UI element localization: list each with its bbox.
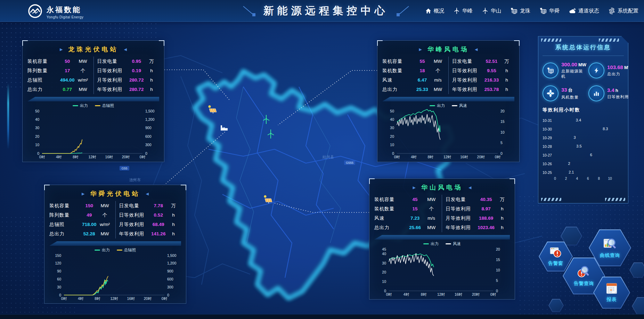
nav-item-6[interactable]: 通道状态 — [569, 8, 599, 14]
stat-unit: h — [166, 222, 181, 227]
stat-label: 日等效利用 — [119, 212, 151, 218]
nav-item-7[interactable]: 系统配置 — [609, 8, 638, 14]
stat-row: 装机容量50MW — [27, 57, 91, 66]
stat-label: 总出力 — [49, 231, 81, 237]
title-flourish-right — [393, 5, 410, 17]
system-stat-value: 3.4h — [607, 87, 629, 93]
stat-value: 49 — [81, 212, 97, 218]
nav-item-2[interactable]: 华峰 — [454, 8, 473, 14]
station-panel-huashan: ▶ 华山风电场 ◀ 装机容量45MW装机数量15个风速7.23m/s总出力25.… — [369, 178, 515, 300]
svg-text:20: 20 — [35, 134, 39, 138]
home-icon — [425, 8, 431, 14]
stat-label: 阵列数量 — [49, 212, 81, 218]
stat-label: 日等效利用 — [446, 206, 478, 212]
svg-text:1,200: 1,200 — [167, 261, 176, 265]
stat-row: 月等效利用188.69h — [446, 213, 510, 223]
svg-text:0时: 0时 — [386, 292, 392, 296]
panel-divider — [374, 235, 510, 240]
stat-value: 494.00 — [59, 77, 75, 83]
bar-category-label: 10-25 — [543, 170, 555, 175]
stat-value: 55 — [414, 59, 430, 64]
stat-unit: 万 — [495, 196, 510, 203]
svg-text:0时: 0时 — [394, 155, 400, 159]
svg-text:600: 600 — [167, 277, 173, 281]
stat-unit: h — [495, 206, 510, 211]
stat-row: 日发电量0.95万 — [97, 57, 160, 66]
panel-divider — [49, 241, 181, 246]
svg-text:12时: 12时 — [437, 292, 445, 296]
title-arrow-right-icon: ◀ — [146, 192, 149, 196]
alarm-window-icon — [550, 247, 562, 259]
stat-label: 风速 — [374, 215, 406, 221]
panel-divider — [382, 97, 514, 101]
stat-row: 日发电量7.78万 — [119, 201, 181, 210]
axis-tick: 4 — [576, 177, 578, 181]
stat-label: 总出力 — [27, 86, 59, 93]
curve-query-icon — [603, 237, 617, 251]
panel-divider — [27, 97, 159, 101]
svg-text:4时: 4时 — [403, 292, 409, 296]
legend-item: 出力 — [423, 241, 439, 246]
hazard-stripe-decoration — [541, 198, 561, 201]
wind-turbine-icon — [482, 8, 488, 14]
logo-icon — [27, 3, 43, 20]
station-line-chart: 45403020100201510500时4时8时12时16时20时0时 — [374, 247, 510, 297]
nav-item-4[interactable]: 龙珠 — [511, 8, 530, 14]
bar-category-label: 10-29 — [543, 136, 555, 140]
stat-label: 月等效利用 — [119, 221, 151, 228]
svg-text:90: 90 — [57, 269, 61, 273]
stat-row: 年等效利用1023.46h — [446, 223, 510, 232]
svg-text:0时: 0时 — [140, 155, 146, 159]
svg-text:10: 10 — [496, 268, 500, 272]
stat-label: 总辐照 — [49, 221, 81, 228]
stat-row: 风速6.47m/s — [382, 75, 446, 85]
stat-row: 装机容量55MW — [382, 57, 446, 66]
channel-status-icon — [569, 8, 576, 14]
system-stat-label: 总新能源装机 — [561, 69, 586, 79]
axis-tick: 10 — [608, 177, 612, 181]
nav-item-5[interactable]: 华舜 — [540, 8, 560, 14]
system-stat-value: 33台 — [561, 87, 579, 93]
stat-row: 年等效利用141.26h — [119, 229, 181, 238]
nav-item-1[interactable]: 概况 — [425, 8, 444, 14]
svg-text:1,200: 1,200 — [145, 117, 154, 121]
stat-unit: h — [166, 231, 181, 236]
equiv-hours-chart-title: 等效利用小时数 — [543, 107, 624, 113]
title-arrow-left-icon: ▶ — [413, 185, 416, 190]
stat-value: 50 — [59, 59, 75, 64]
stat-label: 年等效利用 — [119, 231, 151, 237]
svg-text:10: 10 — [35, 143, 39, 147]
system-stat-value: 300.00MW — [561, 61, 586, 67]
svg-text:12时: 12时 — [110, 296, 118, 301]
stat-value: 9.55 — [484, 68, 499, 73]
stat-value: 17 — [59, 68, 75, 73]
nav-item-3[interactable]: 华山 — [482, 8, 501, 14]
system-stat: 103.68MW总出力 — [588, 61, 632, 79]
stat-label: 月等效利用 — [97, 77, 129, 83]
stat-value: 18 — [414, 68, 430, 73]
svg-text:900: 900 — [145, 126, 152, 130]
equiv-bar-row: 10-276 — [543, 151, 624, 159]
svg-text:8时: 8时 — [73, 155, 79, 159]
svg-text:20: 20 — [496, 247, 500, 251]
equiv-hours-bar-chart: 10-313.410-308.310-29310-283.510-27610-2… — [543, 116, 624, 177]
chart-legend: 出力风速 — [374, 240, 510, 247]
stat-unit: 个 — [97, 212, 113, 218]
stat-value: 0.77 — [59, 87, 75, 92]
lightning-icon — [588, 62, 604, 78]
svg-text:16时: 16时 — [460, 155, 468, 159]
svg-text:4时: 4时 — [411, 155, 417, 159]
chart-legend: 出力风速 — [382, 102, 514, 109]
station-title: 龙珠光伏电站 — [68, 45, 119, 53]
stat-label: 总出力 — [382, 86, 414, 93]
edge-glow-decoration — [7, 83, 9, 149]
station-line-chart: 504030201001,5001,20090060030000时4时8时12时… — [27, 109, 159, 160]
bar-category-label: 10-27 — [543, 153, 555, 157]
svg-text:0: 0 — [145, 151, 147, 156]
stat-label: 年等效利用 — [446, 225, 478, 231]
svg-text:30: 30 — [382, 261, 386, 265]
stat-row: 总出力25.33MW — [382, 85, 446, 94]
stat-row: 日发电量52.51万 — [452, 57, 514, 66]
stat-value: 7.23 — [406, 216, 424, 221]
page-title: 新能源远程集控中心 — [263, 4, 389, 18]
